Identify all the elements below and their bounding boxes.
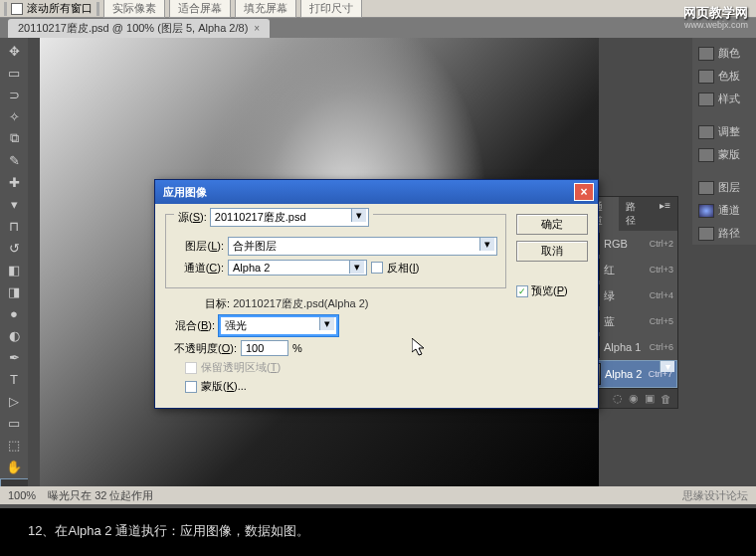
layers-icon <box>698 181 714 195</box>
pen-tool[interactable]: ✒ <box>2 347 26 367</box>
scroll-all-checkbox[interactable] <box>11 3 23 15</box>
preserve-transparency-checkbox <box>185 362 197 374</box>
adjust-icon <box>698 125 714 139</box>
blend-select[interactable]: 强光 <box>219 315 338 336</box>
source-legend: 源(S): 20110217磨皮.psd <box>174 208 373 227</box>
document-tab-strip: 20110217磨皮.psd @ 100% (图层 5, Alpha 2/8) … <box>0 18 756 38</box>
channels-icon <box>698 204 714 218</box>
load-selection-icon[interactable]: ◌ <box>613 392 623 405</box>
paths-icon <box>698 227 714 241</box>
opacity-unit: % <box>292 342 302 354</box>
right-dock: 颜色 色板 样式 调整 蒙版 图层 通道 路径 <box>692 38 756 245</box>
opacity-label: 不透明度(O): <box>165 341 237 356</box>
color-icon <box>698 47 714 61</box>
marquee-tool[interactable]: ▭ <box>2 63 26 83</box>
toolbox: ✥ ▭ ⊃ ✧ ⧉ ✎ ✚ ▾ ⊓ ↺ ◧ ◨ ● ◐ ✒ T ▷ ▭ ⬚ ✋ … <box>0 38 28 504</box>
scroll-all-label: 滚动所有窗口 <box>27 1 93 16</box>
swatches-icon <box>698 70 714 84</box>
panel-paths[interactable]: 路径 <box>692 222 756 245</box>
options-bar: 滚动所有窗口 实际像素 适合屏幕 填充屏幕 打印尺寸 <box>0 0 756 18</box>
3d-tool[interactable]: ⬚ <box>2 435 26 455</box>
brush-tool[interactable]: ▾ <box>2 194 26 214</box>
save-selection-icon[interactable]: ◉ <box>629 392 639 405</box>
blur-tool[interactable]: ● <box>2 303 26 323</box>
type-tool[interactable]: T <box>2 369 26 389</box>
invert-checkbox[interactable] <box>371 262 383 274</box>
invert-label: 反相(I) <box>387 261 419 276</box>
document-tab[interactable]: 20110217磨皮.psd @ 100% (图层 5, Alpha 2/8) … <box>8 19 270 38</box>
delete-channel-icon[interactable]: 🗑 <box>661 393 671 405</box>
target-line: 目标: 20110217磨皮.psd(Alpha 2) <box>205 296 506 311</box>
channel-select[interactable]: Alpha 2 <box>228 260 367 276</box>
panel-adjustments[interactable]: 调整 <box>692 120 756 143</box>
dialog-title: 应用图像 <box>163 185 207 200</box>
mask-checkbox[interactable] <box>185 381 197 393</box>
watermark-url: www.webjx.com <box>684 20 748 30</box>
preserve-transparency-label: 保留透明区域(T) <box>201 360 281 375</box>
shape-tool[interactable]: ▭ <box>2 413 26 433</box>
forum-credit: 思缘设计论坛 <box>682 488 748 503</box>
tutorial-caption: 12、在Alpha 2 通道执行：应用图像，数据如图。 <box>0 508 756 556</box>
eraser-tool[interactable]: ◧ <box>2 260 26 279</box>
eyedropper-tool[interactable]: ✎ <box>2 150 26 170</box>
tab-close-icon[interactable]: × <box>254 23 260 34</box>
dodge-tool[interactable]: ◐ <box>2 325 26 345</box>
path-tool[interactable]: ▷ <box>2 391 26 411</box>
history-brush-tool[interactable]: ↺ <box>2 238 26 258</box>
mask-label: 蒙版(K)... <box>201 379 247 394</box>
panel-masks[interactable]: 蒙版 <box>692 143 756 166</box>
layer-select[interactable]: 合并图层 <box>228 237 497 256</box>
stamp-tool[interactable]: ⊓ <box>2 216 26 236</box>
tab-paths[interactable]: 路径 <box>619 197 653 231</box>
panel-layers[interactable]: 图层 <box>692 176 756 199</box>
panel-styles[interactable]: 样式 <box>692 88 756 110</box>
layer-label: 图层(L): <box>174 239 224 254</box>
separator <box>96 2 99 16</box>
preview-checkbox[interactable]: ✓ <box>516 285 528 297</box>
panel-color[interactable]: 颜色 <box>692 42 756 65</box>
document-title: 20110217磨皮.psd @ 100% (图层 5, Alpha 2/8) <box>18 21 248 36</box>
source-fieldset: 源(S): 20110217磨皮.psd 图层(L): 合并图层 通道(C): … <box>165 214 506 288</box>
status-bar: 100% 曝光只在 32 位起作用 思缘设计论坛 <box>0 486 756 504</box>
hand-tool[interactable]: ✋ <box>2 457 26 476</box>
apply-image-dialog: 应用图像 × 源(S): 20110217磨皮.psd 图层(L): 合并图层 … <box>154 179 599 409</box>
mask-icon <box>698 148 714 162</box>
status-note: 曝光只在 32 位起作用 <box>48 488 153 503</box>
channel-label: 通道(C): <box>174 261 224 276</box>
crop-tool[interactable]: ⧉ <box>2 128 26 148</box>
move-tool[interactable]: ✥ <box>2 41 26 61</box>
ok-button[interactable]: 确定 <box>516 214 588 235</box>
panel-channels[interactable]: 通道 <box>692 199 756 222</box>
fit-screen-button[interactable]: 适合屏幕 <box>169 0 231 18</box>
lasso-tool[interactable]: ⊃ <box>2 85 26 104</box>
actual-pixels-button[interactable]: 实际像素 <box>103 0 165 18</box>
heal-tool[interactable]: ✚ <box>2 172 26 192</box>
gradient-tool[interactable]: ◨ <box>2 281 26 301</box>
print-size-button[interactable]: 打印尺寸 <box>300 0 362 18</box>
zoom-level[interactable]: 100% <box>8 489 36 501</box>
preview-label: 预览(P) <box>531 283 568 298</box>
blend-label: 混合(B): <box>165 318 215 333</box>
dialog-close-button[interactable]: × <box>574 183 594 201</box>
panel-swatches[interactable]: 色板 <box>692 65 756 88</box>
opacity-input[interactable] <box>241 340 288 356</box>
source-select[interactable]: 20110217磨皮.psd <box>210 208 369 227</box>
grip <box>4 2 7 16</box>
styles-icon <box>698 93 714 106</box>
new-channel-icon[interactable]: ▣ <box>645 392 655 405</box>
dialog-titlebar[interactable]: 应用图像 × <box>155 180 598 204</box>
panel-menu-icon[interactable]: ▸≡ <box>653 197 677 231</box>
cancel-button[interactable]: 取消 <box>516 241 588 262</box>
fill-screen-button[interactable]: 填充屏幕 <box>235 0 296 18</box>
wand-tool[interactable]: ✧ <box>2 106 26 126</box>
